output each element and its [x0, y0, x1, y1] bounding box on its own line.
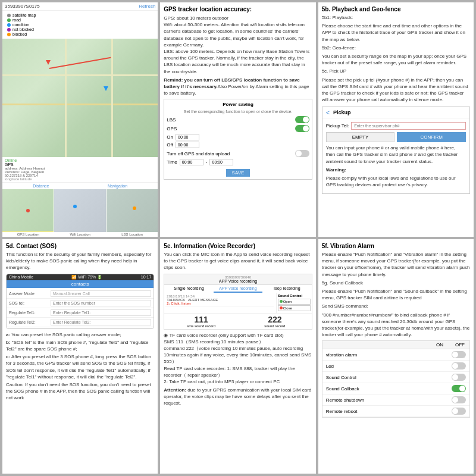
accuracy-body: GPS: about 10 meters outdoorWifi: about … [164, 15, 312, 75]
time-to-input[interactable] [209, 159, 233, 165]
vibration-alarm-row: vibration alarm [322, 349, 469, 361]
gps-location-label: GPS Location [2, 232, 54, 237]
refresh-button[interactable]: Refresh [139, 4, 155, 9]
voice-number-display2: 222 sound record [239, 315, 311, 328]
sound-callback-title: 5g. Sound Callback [322, 280, 470, 286]
voice-tabs: Single recording APP voice recording loo… [164, 285, 311, 293]
led-toggle[interactable] [452, 362, 466, 369]
signal-icons: 📶 WiFi 79% 🔋 [71, 275, 102, 280]
remote-reboot-label: Remote reboot [326, 409, 358, 414]
vibration-alarm-label: vibration alarm [326, 352, 357, 358]
open-dot-icon [280, 300, 283, 303]
phone-mockup: China Mobile 📶 WiFi 79% 🔋 10:17 contacts… [6, 274, 154, 329]
pickup-field-row: Pickup Tel: [326, 122, 466, 130]
main-page: 35933907S0175 Refresh satellite map road… [0, 0, 476, 476]
contact-title: 5d. Contact (SOS) [6, 243, 154, 249]
upload-label: Turn off GPS and data upload [167, 151, 230, 156]
voice-list: 2018/10/13 14:54 TALKBACK ALERT MESSAGE … [164, 293, 274, 313]
sound-callback-row: Sound Callback [322, 383, 469, 394]
off-header-label: OFF [455, 342, 465, 347]
voice-list-item: 2018/10/13 14:54 TALKBACK ALERT MESSAGE … [165, 294, 273, 306]
sound-callback-text: Please enable "Push Notification" and "S… [322, 288, 470, 301]
tab-app-voice-recording[interactable]: APP voice recording [214, 285, 262, 293]
voice-controls: Sound Control Open Close [276, 293, 312, 313]
pickup-note: You can input your phone # or any valid … [326, 145, 466, 165]
remote-reboot-toggle[interactable] [452, 408, 466, 415]
onoff-header: ON OFF [322, 341, 469, 349]
vibration-alarm-toggle[interactable] [452, 351, 466, 358]
phone-contacts-title: contacts [7, 280, 154, 288]
power-saving-box: Power saving Set the corresponding funct… [164, 99, 312, 180]
pickup-section-label: 5c. Pick UP [322, 68, 470, 74]
onoff-box: ON OFF vibration alarm Led Sound Control… [322, 340, 470, 418]
pickup-field-label: Pickup Tel: [326, 123, 349, 129]
sound-callback-toggle[interactable] [452, 385, 466, 392]
panel-accuracy: GPS tracker location accuracy: GPS: abou… [160, 2, 315, 237]
map-area [2, 39, 158, 157]
off-time-input[interactable] [176, 142, 199, 148]
vibration-desc: Please enable "Push Notification" and "V… [322, 251, 470, 278]
playback-title: 5b. Playback and Geo-fence [322, 6, 470, 12]
contacts-list: Answer Mode Manual Answer Call SOS tel: … [7, 288, 154, 328]
regulate-tel1-input[interactable] [51, 309, 151, 316]
empty-button[interactable]: EMPTY [326, 132, 395, 142]
contact-row-reg2: Regulate Tel2: [7, 318, 154, 327]
upload-toggle[interactable] [295, 150, 309, 157]
map-coords: 35933907S0175 [5, 4, 40, 9]
panel-map: 35933907S0175 Refresh satellite map road… [2, 2, 158, 237]
panel-voice: 5e. Information (Voice Recorder) You can… [160, 239, 315, 474]
on-label: On [167, 134, 173, 140]
save-button[interactable]: SAVE [226, 169, 250, 177]
close-button[interactable]: Close [278, 305, 311, 311]
voice-content: 2018/10/13 14:54 TALKBACK ALERT MESSAGE … [164, 293, 311, 313]
lbs-location-label: LBS Location [107, 232, 158, 237]
open-button[interactable]: Open [278, 299, 311, 305]
pickup-warning-text: Please comply with your local laws and r… [326, 175, 466, 188]
pickup-back-icon[interactable]: < [326, 109, 330, 116]
off-time-row: Off [167, 142, 309, 148]
lbs-toggle-row: LBS [167, 116, 309, 123]
upload-toggle-row: Turn off GPS and data upload [167, 150, 309, 157]
mini-map-gps [2, 189, 54, 232]
tab-single-recording[interactable]: Single recording [164, 285, 213, 293]
pickup-box: < Pickup Pickup Tel: EMPTY CONFIRM You c… [322, 107, 470, 194]
led-row: Led [322, 361, 469, 372]
gps-label: GPS [167, 126, 177, 131]
gps-toggle-row: GPS [167, 125, 309, 132]
lbs-toggle[interactable] [295, 116, 309, 123]
tab-loop-recording[interactable]: loop recording [262, 285, 311, 293]
time-from-input[interactable] [180, 159, 203, 165]
voice-bottom-row: 111 sms sound record 222 sound record [164, 313, 311, 329]
voice-mockup: 35933907S0646 APP Voice recording Single… [164, 274, 312, 330]
sound-control-row: Sound Control [322, 372, 469, 383]
time-label: Time [167, 159, 177, 165]
mini-map-wifi [54, 189, 105, 232]
upload-time-row: Time - [167, 159, 309, 165]
contact-note-b: b: "SOS tel" is the main SOS phone #, "r… [6, 339, 154, 352]
distance-link[interactable]: Distance [33, 184, 49, 188]
regulate-tel2-input[interactable] [51, 319, 151, 325]
map-bottom-bar: Distance Navigation [2, 182, 158, 189]
gps-toggle[interactable] [295, 125, 309, 132]
navigation-link[interactable]: Navigation [108, 184, 127, 188]
panel-playback: 5b. Playback and Geo-fence 5b1: Playback… [318, 2, 474, 237]
pickup-tel-input[interactable] [351, 122, 466, 130]
contact-caution: Caution: If you don't need the SOS funct… [6, 381, 154, 402]
sound-callback-label: Sound Callback [326, 386, 359, 392]
on-time-input[interactable] [176, 134, 199, 140]
remote-shutdown-toggle[interactable] [452, 396, 466, 403]
power-saving-title: Power saving [167, 102, 309, 107]
sound-control-toggle[interactable] [452, 374, 466, 381]
pickup-warning-label: Warning: [326, 167, 466, 173]
map-header: 35933907S0175 Refresh [2, 2, 158, 11]
remote-shutdown-row: Remote shutdown [322, 394, 469, 406]
voice-tf-note: ◉ TF card voice recorder (only support w… [164, 332, 312, 386]
contact-row-sos: SOS tel: [7, 299, 154, 308]
sos-tel-input[interactable] [51, 300, 151, 306]
led-label: Led [326, 364, 334, 369]
multi-map-row: GPS Location Wifi Location LBS Location [2, 189, 158, 237]
voice-title: 5e. Information (Voice Recorder) [164, 243, 312, 249]
confirm-button[interactable]: CONFIRM [397, 132, 466, 142]
mini-map-lbs [107, 189, 158, 232]
contact-row-answer: Answer Mode Manual Answer Call [7, 289, 154, 299]
